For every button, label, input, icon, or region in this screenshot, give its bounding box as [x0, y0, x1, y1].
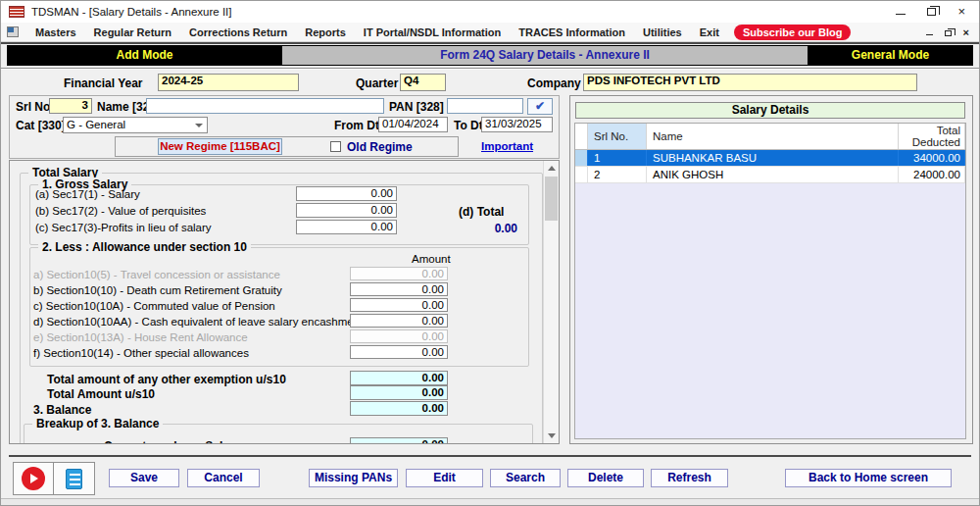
old-regime-checkbox[interactable] [330, 141, 341, 152]
cat-select[interactable]: G - General [63, 117, 208, 133]
less-allowance-group-label: 2. Less : Allowance under section 10 [38, 240, 251, 254]
quarter-field[interactable]: Q4 [400, 74, 446, 91]
minimize-button[interactable] [896, 6, 906, 18]
breakup-group: Breakup of 3. Balance [24, 424, 533, 444]
grid-cell-total[interactable]: 24000.00 [899, 167, 965, 182]
grid-cell-name[interactable]: ANIK GHOSH [647, 167, 899, 182]
current-employer-field: 0.00 [350, 437, 448, 444]
grid-cell-srl[interactable]: 1 [588, 150, 647, 166]
salary-details-header: Salary Details [575, 102, 965, 119]
edit-button[interactable]: Edit [406, 469, 483, 487]
window-title: TDSMAN - [Salary Details - Annexure II] [31, 6, 232, 18]
restore-button[interactable] [927, 6, 936, 18]
document-icon [66, 469, 82, 489]
company-label: Company [527, 76, 581, 90]
from-dt-label: From Dt [334, 119, 379, 132]
other-exemption-field: 0.00 [350, 371, 448, 385]
other-exemption-label: Total amount of any other exemption u/s1… [47, 373, 286, 386]
less-row-label: a) Section10(5) - Travel concession or a… [33, 269, 280, 280]
cancel-button[interactable]: Cancel [187, 469, 260, 487]
chevron-down-icon [195, 124, 203, 127]
divider [1, 68, 979, 70]
col-header-name: Name [647, 124, 899, 149]
menu-item[interactable]: Utilities [634, 26, 691, 38]
menu-item[interactable]: TRACES Information [510, 26, 634, 38]
name-field[interactable] [146, 98, 384, 114]
scroll-down-button[interactable] [544, 429, 559, 443]
play-icon [22, 467, 45, 490]
mdi-minimize-button[interactable] [926, 26, 933, 38]
less-row-field[interactable]: 0.00 [350, 282, 448, 296]
play-video-button[interactable] [13, 462, 54, 495]
to-dt-field[interactable]: 31/03/2025 [481, 117, 553, 132]
less-row-label: b) Section10(10) - Death cum Retirement … [33, 284, 282, 296]
add-mode-label: Add Mode [7, 45, 282, 66]
important-link[interactable]: Important [481, 140, 533, 152]
from-dt-field[interactable]: 01/04/2024 [378, 117, 448, 132]
pan-field[interactable] [447, 98, 523, 114]
menu-item[interactable]: Masters [26, 26, 85, 38]
grid-cell-srl[interactable]: 2 [588, 167, 647, 182]
new-regime-button[interactable]: New Regime [115BAC] [158, 138, 282, 155]
row-selector-cell[interactable] [575, 167, 588, 182]
col-header-total-deducted: Total Deducted [899, 124, 965, 149]
quarter-label: Quarter [356, 76, 398, 90]
salary-form-panel: Total Salary 1. Gross Salary (a) Sec17(1… [9, 160, 560, 444]
employee-header-box: Srl No. 3 Name [329] PAN [328] ✔ Cat [33… [9, 95, 560, 159]
back-home-button[interactable]: Back to Home screen [785, 469, 952, 487]
title-bar: TDSMAN - [Salary Details - Annexure II] … [1, 1, 979, 23]
to-dt-label: To Dt [454, 119, 483, 132]
mdi-close-button[interactable]: × [963, 27, 969, 37]
col-header-srl: Srl No. [588, 124, 647, 149]
pan-verify-button[interactable]: ✔ [527, 98, 553, 115]
less-row-label: f) Section10(14) - Other special allowan… [33, 347, 249, 359]
refresh-button[interactable]: Refresh [651, 469, 728, 487]
company-field[interactable]: PDS INFOTECH PVT LTD [583, 74, 917, 91]
srl-no-field[interactable]: 3 [49, 98, 92, 114]
gross-row-field[interactable]: 0.00 [296, 186, 397, 201]
mdi-restore-button[interactable] [945, 26, 952, 38]
menu-item[interactable]: Regular Return [85, 26, 180, 38]
table-row[interactable]: 2 ANIK GHOSH 24000.00 [575, 167, 965, 183]
srl-no-label: Srl No. [16, 100, 54, 114]
notes-button[interactable] [54, 462, 95, 495]
grid-cell-name[interactable]: SUBHANKAR BASU [647, 150, 899, 166]
breakup-group-label: Breakup of 3. Balance [32, 417, 163, 430]
menu-item[interactable]: Corrections Return [180, 26, 296, 38]
subscribe-blog-button[interactable]: Subscribe our Blog [734, 25, 851, 40]
less-row-field[interactable]: 0.00 [350, 298, 448, 312]
save-button[interactable]: Save [109, 469, 179, 487]
table-row[interactable]: 1 SUBHANKAR BASU 34000.00 [575, 150, 965, 167]
less-row-field[interactable]: 0.00 [350, 314, 448, 328]
missing-pans-button[interactable]: Missing PANs [309, 469, 398, 487]
scroll-thumb[interactable] [545, 177, 558, 221]
financial-year-field[interactable]: 2024-25 [158, 74, 299, 91]
row-selector-cell[interactable] [575, 150, 588, 166]
financial-year-label: Financial Year [64, 76, 143, 90]
app-icon [9, 6, 24, 18]
current-employer-label: Current employer Salary [104, 439, 240, 444]
delete-button[interactable]: Delete [567, 469, 644, 487]
close-button[interactable]: × [957, 6, 965, 18]
salary-details-grid: Srl No. Name Total Deducted 1 SUBHANKAR … [574, 123, 966, 439]
menu-bar: Masters Regular Return Corrections Retur… [1, 23, 979, 42]
total-us10-field: 0.00 [350, 385, 448, 400]
menu-item[interactable]: Exit [691, 26, 728, 38]
cat-selected-value: G - General [67, 119, 125, 130]
menu-item[interactable]: Reports [296, 26, 355, 38]
check-icon: ✔ [535, 99, 545, 113]
gross-total-value: 0.00 [459, 222, 517, 235]
salary-details-panel: Salary Details Srl No. Name Total Deduct… [569, 95, 973, 444]
scroll-up-button[interactable] [544, 161, 559, 176]
vertical-scrollbar[interactable] [543, 161, 559, 443]
less-row-field[interactable]: 0.00 [350, 345, 448, 359]
old-regime-label: Old Regime [347, 140, 413, 154]
gross-total-label: (d) Total [459, 205, 504, 219]
menu-item[interactable]: IT Portal/NSDL Information [355, 26, 510, 38]
gross-row-field[interactable]: 0.00 [296, 220, 397, 234]
balance-field: 0.00 [350, 401, 448, 416]
search-button[interactable]: Search [490, 469, 561, 487]
pan-label: PAN [328] [389, 100, 444, 114]
gross-row-field[interactable]: 0.00 [296, 203, 397, 218]
grid-cell-total[interactable]: 34000.00 [899, 150, 965, 166]
